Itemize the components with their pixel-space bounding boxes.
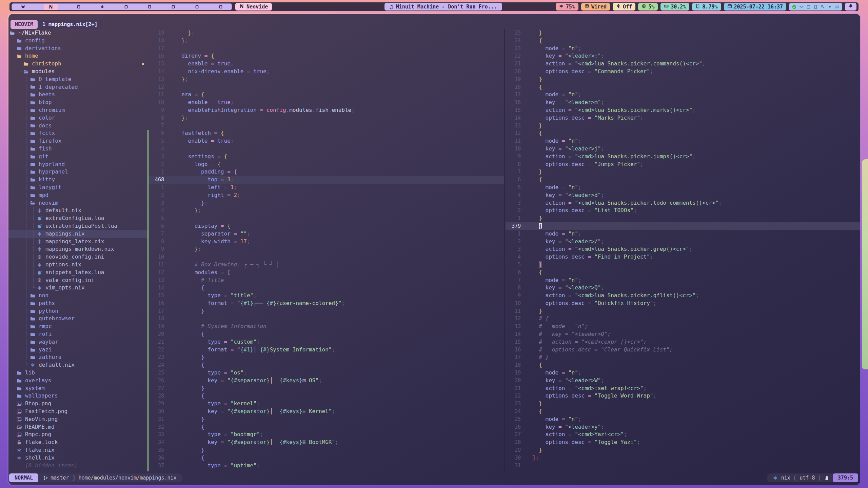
workspace-cat-icon[interactable]: [20, 4, 26, 10]
code-line[interactable]: 2 right = 2;: [149, 191, 504, 199]
tree-item[interactable]: NeoVim.png: [8, 415, 148, 423]
workspace-square-icon[interactable]: [123, 4, 129, 10]
workspace-square-icon[interactable]: [147, 4, 153, 10]
tree-item[interactable]: │1_deprecated: [8, 83, 148, 91]
phone-tray-icon[interactable]: [813, 5, 818, 9]
code-line[interactable]: 11 }: [506, 307, 860, 315]
code-line[interactable]: 468 top = 3;: [149, 176, 504, 184]
tree-item[interactable]: ││neovide_config.ini: [8, 253, 148, 261]
code-line[interactable]: 8 key.width = 17;: [149, 238, 504, 246]
code-line[interactable]: 28 {: [149, 392, 504, 400]
tree-item[interactable]: ││extraConfigLuaPost.lua: [8, 222, 148, 230]
code-line[interactable]: 18 };: [149, 37, 504, 45]
tree-item[interactable]: flake.lock: [8, 439, 148, 446]
code-line[interactable]: 21 type = "custom";: [149, 338, 504, 346]
tree-item[interactable]: │chromium: [8, 106, 148, 114]
code-line[interactable]: 19 # System Information: [149, 323, 504, 330]
tree-item[interactable]: flake.nix: [8, 446, 148, 454]
tree-item[interactable]: │paths: [8, 300, 148, 307]
code-line[interactable]: 2 key = "<leader>/";: [506, 238, 860, 246]
code-line[interactable]: 22 key = "<leader>:";: [506, 52, 860, 60]
tree-item[interactable]: │firefox: [8, 137, 148, 145]
code-line[interactable]: 26 key = "<leader>y";: [506, 423, 860, 431]
code-line[interactable]: 25 type = "os";: [149, 369, 504, 377]
code-line[interactable]: 15 enable = true;: [149, 60, 504, 68]
code-line[interactable]: 6 fastfetch = {: [149, 129, 504, 137]
tree-item[interactable]: │lazygit: [8, 184, 148, 191]
code-line[interactable]: 24 {: [506, 37, 860, 45]
code-line[interactable]: 17: [149, 45, 504, 53]
code-line[interactable]: 6 {: [506, 176, 860, 184]
tree-item[interactable]: config: [8, 37, 148, 45]
code-line[interactable]: 30 key = "{#separator}│ {#keys}≣ Kernel"…: [149, 408, 504, 415]
network-chip[interactable]: Wired: [581, 3, 610, 11]
code-line[interactable]: 14 # key = "<leader>Q";: [506, 330, 860, 338]
kbd-tray-icon[interactable]: [835, 5, 839, 9]
tree-item[interactable]: │btop: [8, 99, 148, 106]
code-line[interactable]: 20 options.desc = "Commands Picker";: [506, 68, 860, 76]
workspace-neovide-icon[interactable]: [44, 4, 58, 10]
code-line[interactable]: 7 mode = "n";: [506, 277, 860, 284]
code-line[interactable]: 34 key = "{#separator}│ {#keys}≣ BootMGR…: [149, 439, 504, 446]
code-line[interactable]: 9 action = "<cmd>lua Snacks.picker.qflis…: [506, 292, 860, 300]
tree-item[interactable]: wallpapers: [8, 392, 148, 400]
tree-item[interactable]: │nnn: [8, 292, 148, 300]
code-line[interactable]: 16 format = "{#1}┌── {#}{user-name-color…: [149, 300, 504, 307]
code-line[interactable]: 4 options.desc = "Find in Project";: [506, 253, 860, 261]
code-line[interactable]: 17 # }: [506, 353, 860, 361]
code-line[interactable]: 4: [149, 145, 504, 153]
volume-chip[interactable]: 75%: [556, 3, 578, 11]
code-line[interactable]: 28 options.desc = "Toggle Yazi";: [506, 439, 860, 446]
code-line[interactable]: 3 action = "<cmd>lua Snacks.picker.grep(…: [506, 245, 860, 253]
tree-item[interactable]: │git: [8, 153, 148, 161]
code-line[interactable]: 19 };: [149, 29, 504, 37]
code-line[interactable]: 14 {: [149, 284, 504, 292]
tree-item[interactable]: ││extraConfigLua.lua: [8, 215, 148, 222]
code-line[interactable]: 36 {: [149, 454, 504, 462]
code-line[interactable]: 14 options.desc = "Marks Picker";: [506, 114, 860, 122]
tree-item[interactable]: shell.nix: [8, 454, 148, 462]
tree-item[interactable]: │hyprland: [8, 161, 148, 168]
ram-chip[interactable]: 30.2%: [660, 3, 689, 11]
code-line[interactable]: 32 {: [149, 423, 504, 431]
code-line[interactable]: 15 type = "title";: [149, 292, 504, 300]
code-line[interactable]: 5 enable = true;: [149, 137, 504, 145]
tree-item[interactable]: Btop.png: [8, 400, 148, 408]
cpu-chip[interactable]: 5%: [638, 3, 658, 11]
tree-item[interactable]: FastFetch.png: [8, 408, 148, 415]
tree-item[interactable]: ~/NixFlake: [8, 29, 148, 37]
code-line[interactable]: 25 mode = "n";: [506, 415, 860, 423]
check-tray-icon[interactable]: [792, 5, 796, 9]
code-line[interactable]: 9 };: [149, 245, 504, 253]
code-line[interactable]: 13 # mode = "n";: [506, 323, 860, 330]
tab-mappings-nix[interactable]: 1 mappings.nix[2+]: [38, 20, 102, 29]
code-line[interactable]: 16 key = "<leader>m";: [506, 99, 860, 106]
code-line[interactable]: 3 };: [149, 199, 504, 207]
tree-item[interactable]: system: [8, 385, 148, 392]
tree-item[interactable]: overlays: [8, 377, 148, 385]
tree-item[interactable]: │rmpc: [8, 323, 148, 330]
tree-item[interactable]: │yazi: [8, 346, 148, 354]
code-line[interactable]: 10 key = "<leader>j";: [506, 145, 860, 153]
code-line[interactable]: 35 }: [149, 446, 504, 454]
code-line[interactable]: 11 # Box Drawing: ┌ ─ ┐ └ ┘ │: [149, 261, 504, 269]
tree-item[interactable]: │0_template: [8, 76, 148, 83]
tree-item[interactable]: │rofi: [8, 330, 148, 338]
code-line[interactable]: 1 left = 1;: [149, 184, 504, 191]
key-tray-icon[interactable]: [821, 5, 825, 9]
code-line[interactable]: 29 }: [506, 446, 860, 454]
tree-item[interactable]: │mpd: [8, 191, 148, 199]
code-line[interactable]: 10 options.desc = "Quickfix History";: [506, 300, 860, 307]
bluetooth-chip[interactable]: Off: [613, 3, 635, 11]
code-line[interactable]: 6 {: [506, 269, 860, 277]
code-line[interactable]: 12: [149, 83, 504, 91]
code-line[interactable]: 9 enableFishIntegration = config.modules…: [149, 106, 504, 114]
code-line[interactable]: 19 }: [506, 76, 860, 83]
tree-item[interactable]: │kitty: [8, 176, 148, 184]
tree-item[interactable]: home: [8, 52, 148, 60]
code-line[interactable]: 30];: [506, 454, 860, 462]
code-line[interactable]: 1 padding = {: [149, 168, 504, 176]
tree-item[interactable]: └modules: [8, 68, 148, 76]
workspace-square-icon[interactable]: [171, 4, 176, 10]
notifications-chip[interactable]: [845, 3, 856, 11]
